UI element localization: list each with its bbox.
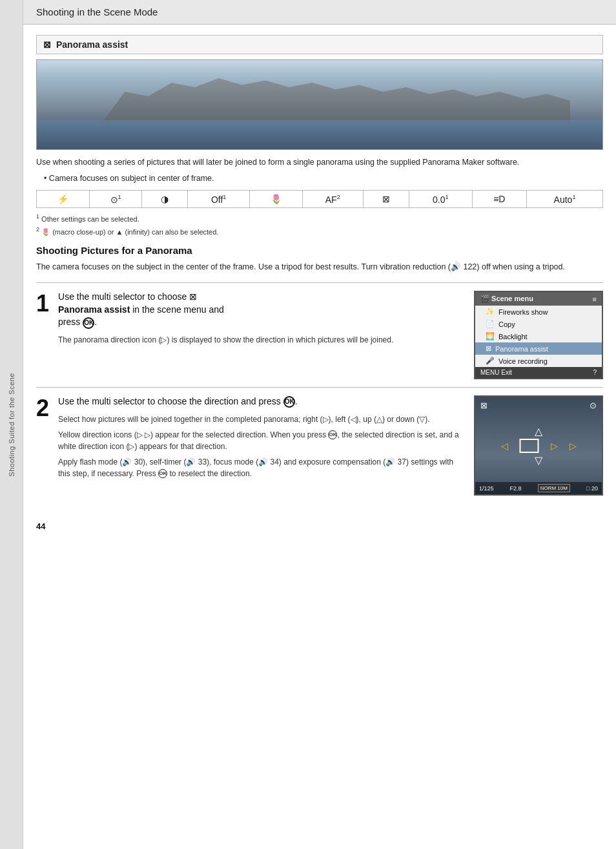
menu-help-icon: ?	[593, 369, 597, 376]
camera-bottom-bar: 1/125 F2.8 NORM 10M □ 20	[475, 482, 602, 494]
panorama-menu-label: Panorama assist	[495, 345, 548, 353]
panorama-description: Use when shooting a series of pictures t…	[36, 156, 603, 169]
step-2-detail-1: Select how pictures will be joined toget…	[58, 414, 465, 425]
arrow-left: ◁	[501, 441, 508, 451]
backlight-label: Backlight	[498, 333, 528, 341]
shutter-speed: 1/125	[479, 485, 494, 492]
panorama-section-icon: ⊠	[43, 39, 51, 50]
scene-menu-mockup: 🎬 Scene menu ≡ ✨ Fireworks show 📄 Copy	[474, 291, 603, 379]
step-2-detail-2: Yellow direction icons (▷ ▷) appear for …	[58, 429, 465, 452]
ok-inline-2: OK	[158, 469, 167, 478]
sidebar: Shooting Suited for the Scene	[0, 0, 23, 849]
step-2-detail-3: Apply flash mode (🔊 30), self-timer (🔊 3…	[58, 456, 465, 479]
setting-off: Off1	[188, 190, 250, 208]
step-1-number: 1	[36, 291, 49, 315]
footnotes: 1 Other settings can be selected. 2 🌷 (m…	[36, 212, 603, 238]
content-area: ⊠ Panorama assist Use when shooting a se…	[23, 25, 616, 849]
setting-timer: ⊙1	[89, 190, 142, 208]
copy-icon: 📄	[486, 320, 495, 328]
scene-menu-item-voice: 🎤 Voice recording	[475, 355, 602, 367]
step-1-inner: Use the multi selector to choose ⊠ Panor…	[58, 291, 603, 379]
ok-button-2: OK	[283, 396, 295, 408]
arrow-right-1: ▷	[551, 441, 558, 451]
camera-screen-inner: ⊠ ⊙ △ ◁ ▷ ▷	[475, 397, 602, 494]
buildings-graphic	[101, 78, 570, 123]
copy-label: Copy	[498, 320, 515, 328]
step-2-text: Use the multi selector to choose the dir…	[58, 395, 465, 483]
backlight-icon: 🌅	[486, 332, 495, 341]
cam-icon-left: ⊠	[480, 401, 488, 410]
setting-macro: 🌷	[249, 190, 302, 208]
step-2-header: Use the multi selector to choose the dir…	[58, 395, 465, 408]
frame-count: □ 20	[586, 485, 598, 492]
page-number: 44	[36, 521, 45, 536]
shooting-body: The camera focuses on the subject in the…	[36, 261, 603, 273]
menu-exit-label: MENU Exit	[480, 369, 512, 376]
step-1-text: Use the multi selector to choose ⊠ Panor…	[58, 291, 465, 350]
water-graphic	[37, 120, 602, 149]
fireworks-label: Fireworks show	[498, 308, 548, 316]
ok-button-1: OK	[83, 317, 94, 329]
arrow-middle-row: ◁ ▷ ▷	[501, 439, 577, 453]
scene-menu-header: 🎬 Scene menu ≡	[475, 292, 602, 306]
aperture: F2.8	[510, 485, 522, 492]
scene-menu: 🎬 Scene menu ≡ ✨ Fireworks show 📄 Copy	[474, 291, 603, 379]
camera-screen-col: ⊠ ⊙ △ ◁ ▷ ▷	[474, 395, 603, 496]
fireworks-icon: ✨	[486, 308, 495, 316]
step-divider-2	[36, 387, 603, 388]
scene-menu-item-copy: 📄 Copy	[475, 318, 602, 330]
step-1-detail: The panorama direction icon (▷) is displ…	[58, 334, 465, 346]
section-title-bar: ⊠ Panorama assist	[36, 35, 603, 54]
camera-screen: ⊠ ⊙ △ ◁ ▷ ▷	[474, 395, 603, 496]
arrow-down: ▽	[535, 454, 542, 466]
settings-table: ⚡ ⊙1 ◑ Off1 🌷 AF2 ⊠ 0.01 ≡D Auto1	[36, 190, 603, 209]
camera-focus-note: Camera focuses on subject in center of f…	[36, 173, 603, 185]
footnote-2: 2 🌷 (macro close-up) or ▲ (infinity) can…	[36, 225, 603, 238]
arrow-right-2: ▷	[570, 441, 577, 451]
scene-menu-icon: ≡	[593, 295, 597, 303]
setting-wb: Auto1	[527, 190, 603, 208]
voice-icon: 🎤	[486, 357, 495, 365]
camera-arrows: △ ◁ ▷ ▷ ▽	[501, 425, 577, 466]
step-1-content: Use the multi selector to choose ⊠ Panor…	[58, 291, 603, 379]
page-title: Shooting in the Scene Mode	[36, 6, 603, 17]
focus-box	[520, 439, 539, 453]
section-title: Panorama assist	[56, 39, 128, 50]
camera-top-icons: ⊠ ⊙	[480, 401, 597, 410]
scene-menu-item-fireworks: ✨ Fireworks show	[475, 306, 602, 318]
header-bar: Shooting in the Scene Mode	[23, 0, 616, 25]
page: Shooting Suited for the Scene Shooting i…	[0, 0, 616, 849]
voice-label: Voice recording	[498, 357, 548, 365]
arrow-up: △	[535, 425, 542, 437]
step-2-row: 2 Use the multi selector to choose the d…	[36, 395, 603, 496]
scene-menu-item-backlight: 🌅 Backlight	[475, 330, 602, 342]
cam-icon-right: ⊙	[590, 401, 597, 410]
step-1-line1: Use the multi selector to choose	[58, 291, 187, 302]
step-1-bold: Panorama assist	[58, 304, 130, 315]
step-2-inner: Use the multi selector to choose the dir…	[58, 395, 603, 496]
panorama-image	[36, 59, 603, 150]
setting-metering: ≡D	[472, 190, 526, 208]
step-divider-1	[36, 282, 603, 283]
ok-inline: OK	[328, 430, 337, 439]
setting-flash: ⚡	[37, 190, 90, 208]
step-2-number: 2	[36, 395, 49, 420]
norm-badge: NORM 10M	[538, 484, 570, 492]
setting-ev: 0.01	[409, 190, 472, 208]
step-1-row: 1 Use the multi selector to choose ⊠ Pan…	[36, 291, 603, 379]
footnote-1: 1 Other settings can be selected.	[36, 212, 603, 225]
step-1-header: Use the multi selector to choose ⊠ Panor…	[58, 291, 465, 329]
shooting-title: Shooting Pictures for a Panorama	[36, 245, 603, 256]
setting-af: AF2	[302, 190, 363, 208]
scene-menu-item-panorama: ⊠ Panorama assist	[475, 342, 602, 355]
setting-self-timer: ◑	[142, 190, 188, 208]
scene-menu-title: 🎬 Scene menu	[480, 295, 533, 303]
page-number-area: 44	[36, 502, 603, 531]
scene-menu-footer: MENU Exit ?	[475, 367, 602, 378]
sidebar-label: Shooting Suited for the Scene	[8, 373, 15, 477]
panorama-menu-icon: ⊠	[486, 344, 491, 353]
step-2-content: Use the multi selector to choose the dir…	[58, 395, 603, 496]
setting-exposure: ⊠	[363, 190, 409, 208]
main-content: Shooting in the Scene Mode ⊠ Panorama as…	[23, 0, 616, 849]
